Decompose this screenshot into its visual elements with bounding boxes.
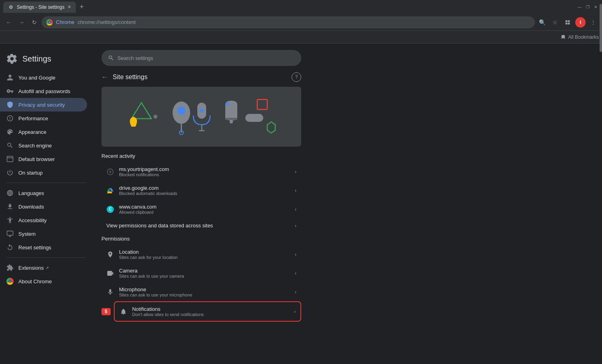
sidebar-item-performance[interactable]: Performance (0, 111, 87, 125)
activity-item-yourtripagent[interactable]: ms.yourtripagent.com Blocked notificatio… (101, 162, 301, 181)
view-permissions-chevron: › (295, 223, 296, 229)
canva-chevron: › (295, 207, 296, 212)
activity-item-google-drive[interactable]: drive.google.com Blocked automatic downl… (101, 181, 301, 200)
shield-icon (6, 101, 14, 108)
canva-logo: C (107, 206, 114, 213)
sidebar-about-label: About Chrome (18, 278, 52, 284)
sidebar-item-extensions[interactable]: Extensions ↗ (0, 261, 87, 274)
permission-item-notifications[interactable]: Notifications Don't allow sites to send … (114, 301, 301, 322)
extensions-icon[interactable] (562, 17, 573, 28)
right-panel: Search settings ← Site settings ? (92, 44, 602, 364)
notification-perm-text: Notifications Don't allow sites to send … (132, 306, 289, 317)
sidebar-item-about-chrome[interactable]: About Chrome (0, 274, 87, 288)
toolbar-right: 🔍 ☆ I ⋮ (536, 17, 599, 28)
tab-close-button[interactable]: ✕ (68, 4, 71, 10)
permission-item-camera[interactable]: Camera Sites can ask to use your camera … (101, 264, 301, 282)
help-button[interactable]: ? (292, 72, 301, 82)
address-bar[interactable]: Chrome chrome://settings/content (42, 16, 535, 28)
sidebar-appearance-label: Appearance (18, 129, 46, 135)
bookmark-icon[interactable]: ☆ (549, 17, 560, 28)
view-permissions-link[interactable]: View permissions and data stored across … (101, 219, 301, 233)
camera-perm-icon (106, 269, 114, 277)
active-tab[interactable]: ⚙ Settings - Site settings ✕ (3, 2, 76, 13)
camera-chevron: › (295, 271, 296, 276)
scrollbar-thumb[interactable] (600, 44, 602, 52)
panel-title-area: ← Site settings (101, 74, 147, 81)
search-placeholder: Search settings (117, 55, 153, 61)
search-bar-icon (108, 55, 114, 61)
sidebar-item-privacy[interactable]: Privacy and security (0, 98, 87, 111)
sidebar-item-system[interactable]: System (0, 227, 87, 241)
svg-rect-18 (225, 118, 237, 120)
settings-logo-icon (6, 53, 18, 64)
sidebar-performance-label: Performance (18, 115, 48, 121)
title-bar: ⚙ Settings - Site settings ✕ + — ❐ ✕ (0, 0, 602, 14)
svg-point-20 (226, 102, 229, 105)
all-bookmarks[interactable]: All Bookmarks (561, 34, 599, 40)
power-icon (6, 169, 14, 176)
svg-rect-3 (568, 22, 570, 24)
system-icon (6, 230, 14, 237)
close-button[interactable]: ✕ (592, 4, 599, 10)
new-tab-button[interactable]: + (76, 2, 87, 13)
yourtripagent-sub: Blocked notifications (119, 172, 290, 177)
site-favicon (46, 19, 53, 26)
forward-button[interactable]: → (16, 17, 27, 28)
sidebar-autofill-label: Autofill and passwords (18, 88, 70, 94)
notification-perm-sub: Don't allow sites to send notifications (132, 312, 289, 317)
sidebar-languages-label: Languages (18, 190, 44, 196)
person-icon (6, 74, 14, 81)
microphone-perm-text: Microphone Sites can ask to use your mic… (119, 286, 290, 297)
profile-avatar: I (575, 17, 586, 28)
sidebar-item-accessibility[interactable]: Accessibility (0, 213, 87, 227)
sidebar-item-appearance[interactable]: Appearance (0, 125, 87, 139)
sidebar-item-languages[interactable]: Languages (0, 186, 87, 200)
tabs-area: ⚙ Settings - Site settings ✕ + (3, 2, 576, 13)
settings-heading: Settings (22, 54, 51, 64)
permission-item-location[interactable]: Location Sites can ask for your location… (101, 245, 301, 264)
reset-icon (6, 244, 14, 251)
site-settings-panel: ← Site settings ? (101, 72, 301, 322)
google-drive-sub: Blocked automatic downloads (119, 191, 290, 196)
sidebar: Settings You and Google Autofill and pas… (0, 44, 92, 364)
microphone-chevron: › (295, 289, 296, 295)
search-bar[interactable]: Search settings (101, 50, 301, 66)
sidebar-item-autofill[interactable]: Autofill and passwords (0, 84, 87, 98)
toolbar: ← → ↻ Chrome chrome://settings/content 🔍… (0, 14, 602, 31)
activity-item-canva[interactable]: C www.canva.com Allowed clipboard › (101, 200, 301, 219)
restore-button[interactable]: ❐ (584, 4, 591, 10)
sidebar-divider-2 (6, 257, 85, 258)
canva-domain: www.canva.com (119, 204, 290, 210)
sidebar-divider-1 (6, 183, 85, 183)
refresh-button[interactable]: ↻ (29, 17, 40, 28)
sidebar-item-downloads[interactable]: Downloads (0, 200, 87, 213)
sidebar-extensions-label: Extensions (18, 265, 44, 271)
location-perm-text: Location Sites can ask for your location (119, 249, 290, 260)
location-perm-icon (106, 251, 114, 259)
scrollbar-track[interactable] (599, 44, 602, 364)
svg-point-9 (153, 115, 157, 119)
menu-icon[interactable]: ⋮ (588, 17, 599, 28)
svg-rect-21 (245, 114, 263, 122)
back-button[interactable]: ← (3, 17, 14, 28)
svg-point-19 (230, 120, 233, 123)
accessibility-icon (6, 217, 14, 224)
profile-icon[interactable]: I (575, 17, 586, 28)
site-settings-back-button[interactable]: ← (101, 74, 108, 81)
sidebar-downloads-label: Downloads (18, 204, 44, 210)
view-permissions-label: View permissions and data stored across … (106, 223, 213, 229)
notification-perm-icon (119, 308, 127, 316)
sidebar-item-search-engine[interactable]: Search engine (0, 139, 87, 152)
tab-title: Settings - Site settings (17, 4, 64, 10)
language-icon (6, 189, 14, 197)
sidebar-item-you-and-google[interactable]: You and Google (0, 71, 87, 84)
zoom-icon[interactable]: 🔍 (536, 17, 548, 28)
permission-item-microphone[interactable]: Microphone Sites can ask to use your mic… (101, 282, 301, 301)
notification-perm-title: Notifications (132, 306, 289, 312)
settings-title-area: Settings (0, 50, 92, 71)
permissions-title: Permissions (101, 236, 301, 242)
sidebar-item-on-startup[interactable]: On startup (0, 166, 87, 179)
sidebar-item-reset[interactable]: Reset settings (0, 241, 87, 254)
sidebar-item-default-browser[interactable]: Default browser (0, 152, 87, 166)
minimize-button[interactable]: — (576, 4, 583, 10)
